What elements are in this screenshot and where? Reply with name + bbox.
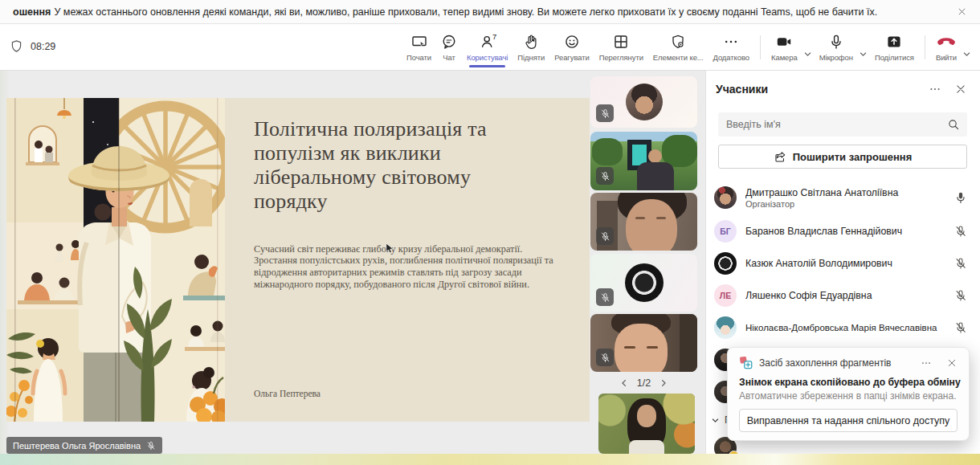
chat-button[interactable]: Чат <box>436 34 462 62</box>
snipping-tool-icon <box>739 356 753 369</box>
bottom-strip <box>0 454 980 465</box>
mic-off-icon[interactable] <box>954 257 967 270</box>
popup-app-name: Засіб захоплення фрагментів <box>759 357 906 369</box>
camera-button[interactable]: Камера <box>766 34 802 62</box>
mic-off-icon <box>146 441 156 451</box>
participant-row[interactable]: БГ Баранов Владислав Геннадійович <box>706 215 980 247</box>
video-tile-4[interactable] <box>590 254 697 312</box>
popup-action-button[interactable]: Виправлення та надання спільного доступу <box>739 409 958 432</box>
video-pagination: 1/2 <box>590 377 697 389</box>
avatar-logo <box>625 263 664 302</box>
banner-bold-text: ошення <box>13 6 51 18</box>
mouse-cursor <box>386 243 394 254</box>
popup-more-icon[interactable] <box>921 357 932 369</box>
video-tile-1[interactable] <box>590 76 697 128</box>
raise-hand-button[interactable]: Підняти <box>512 34 549 62</box>
muted-badge <box>596 288 614 306</box>
participant-row[interactable]: ЛЕ Ляшенко Софія Едуардівна <box>706 279 980 312</box>
muted-badge <box>596 227 614 245</box>
camera-icon <box>776 34 792 50</box>
participant-row[interactable]: Ніколаєва-Домбровська Марія Вячеславівна <box>706 312 980 344</box>
shield-gear-icon <box>670 34 686 50</box>
react-button[interactable]: Реагувати <box>549 34 594 62</box>
video-tile-2[interactable] <box>590 132 697 190</box>
search-input[interactable] <box>718 112 967 137</box>
participant-row[interactable]: Дмитрашко Світлана Анатоліївна Організат… <box>706 180 980 215</box>
popup-close-icon[interactable] <box>946 357 958 369</box>
notification-banner: ошення У межах останнього оновлення деяк… <box>0 0 980 24</box>
page-prev-icon[interactable] <box>619 378 629 388</box>
microphone-button[interactable]: Мікрофон <box>815 34 858 62</box>
panel-header: Учасники <box>706 71 980 104</box>
more-dots-icon <box>723 34 739 50</box>
smiley-icon <box>564 34 580 50</box>
leave-button[interactable]: Вийти <box>931 34 962 62</box>
slide-author: Ольга Пептерева <box>254 389 321 398</box>
meeting-timer: 08:29 <box>10 39 55 53</box>
avatar <box>626 84 663 120</box>
divider <box>925 35 925 59</box>
shield-icon <box>10 39 23 53</box>
page-indicator: 1/2 <box>637 377 651 389</box>
present-screen-icon <box>411 34 427 50</box>
slide-illustration <box>6 98 225 422</box>
snip-notification-popup: Засіб захоплення фрагментів Знімок екран… <box>727 347 970 441</box>
avatar <box>714 316 737 339</box>
timer-value: 08:29 <box>31 41 55 52</box>
microphone-icon <box>828 34 844 50</box>
panel-more-icon[interactable] <box>929 83 941 96</box>
chat-icon <box>441 34 457 50</box>
chevron-down-icon <box>711 416 720 425</box>
people-button[interactable]: 7 Користувачі <box>462 34 512 62</box>
search-box <box>718 112 967 137</box>
banner-close-icon[interactable] <box>955 6 967 18</box>
presenter-name-label: Пештерева Ольга Ярославівна <box>6 437 162 454</box>
muted-badge <box>596 167 614 185</box>
video-tile-presenter[interactable] <box>598 394 695 454</box>
grid-view-icon <box>613 34 629 50</box>
raise-hand-icon <box>523 34 539 50</box>
panel-close-icon[interactable] <box>954 83 967 96</box>
share-invite-button[interactable]: Поширити запрошення <box>718 145 967 169</box>
search-icon[interactable] <box>947 118 960 131</box>
leave-chevron-icon[interactable] <box>962 50 971 59</box>
microphone-chevron-icon[interactable] <box>859 50 868 59</box>
slide-text-area: Політична поляризація та популізм як вик… <box>225 98 590 422</box>
popup-subtitle: Автоматичне збереження в папці знімків е… <box>739 390 958 402</box>
avatar <box>714 186 737 209</box>
view-button[interactable]: Переглянути <box>594 34 648 62</box>
page-next-icon[interactable] <box>659 378 668 388</box>
video-tile-3[interactable] <box>590 193 697 251</box>
avatar-initials: БГ <box>714 220 737 243</box>
participant-count-badge: 7 <box>492 32 496 41</box>
panel-title: Учасники <box>716 83 916 96</box>
meeting-stage: Політична поляризація та популізм як вик… <box>0 71 705 465</box>
popup-title: Знімок екрана скопійовано до буфера обмі… <box>739 377 958 388</box>
meeting-controls-button[interactable]: Елементи ке... <box>648 34 708 62</box>
share-button[interactable]: Поділитися <box>870 34 919 62</box>
avatar-initials: ЛЕ <box>714 284 737 307</box>
participant-row[interactable]: Казюк Анатолій Володимирович <box>706 247 980 279</box>
more-button[interactable]: Додатково <box>708 34 753 62</box>
divider <box>760 35 761 59</box>
share-invite-icon <box>774 150 786 163</box>
mic-on-icon[interactable] <box>954 191 967 204</box>
video-tile-5[interactable] <box>590 314 697 372</box>
slide-title: Політична поляризація та популізм як вик… <box>254 117 575 214</box>
muted-badge <box>596 349 614 366</box>
start-presenting-button[interactable]: Почати <box>402 34 436 62</box>
toolbar-right-group: Камера Мікрофон Поділитися Вийти <box>754 34 974 62</box>
mic-off-icon[interactable] <box>954 321 967 334</box>
hang-up-icon <box>937 34 956 50</box>
mic-off-icon[interactable] <box>954 225 967 238</box>
avatar <box>714 252 737 275</box>
toolbar-center-group: Почати Чат 7 Користувачі Підняти Реагува… <box>402 34 754 62</box>
mic-off-icon[interactable] <box>954 289 967 302</box>
camera-chevron-icon[interactable] <box>803 50 812 59</box>
muted-badge <box>596 104 614 122</box>
meeting-toolbar: 08:29 Почати Чат 7 Користувачі Підняти Р… <box>0 24 980 71</box>
share-tray-icon <box>886 34 902 50</box>
banner-text: У межах останнього оновлення деякі коман… <box>54 6 877 18</box>
slide-body: Сучасний світ переживає глибоку кризу лі… <box>254 243 575 291</box>
presentation-slide: Політична поляризація та популізм як вик… <box>6 98 590 422</box>
